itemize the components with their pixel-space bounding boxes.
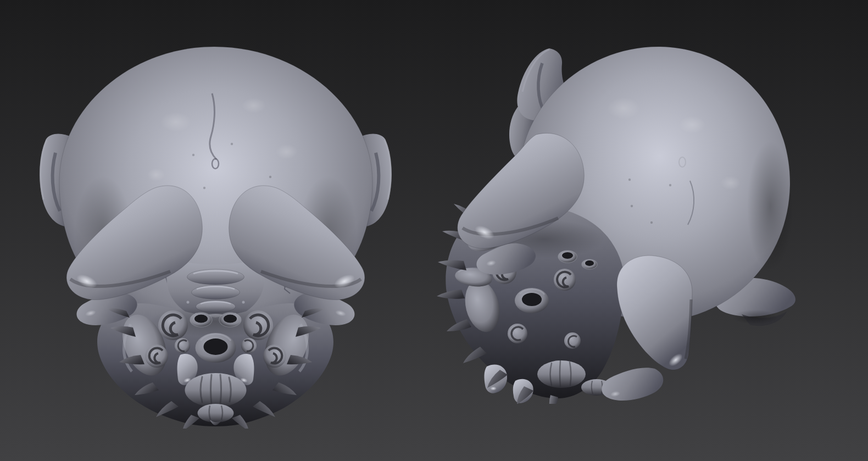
surface-bump — [721, 176, 741, 190]
chin-fold — [198, 404, 234, 423]
surface-bump — [276, 144, 298, 159]
right-edge-shade — [747, 141, 793, 271]
front-view-beard — [76, 292, 354, 429]
surface-bump — [242, 98, 266, 113]
surface-bump — [147, 168, 165, 181]
surface-bump — [607, 97, 640, 119]
front-view-render — [38, 44, 393, 429]
surface-bump — [160, 112, 191, 132]
creature-head-three-quarter-view[interactable] — [434, 41, 799, 404]
three-quarter-view-render — [434, 41, 799, 404]
sculpt-viewport[interactable] — [0, 0, 868, 461]
creature-head-front-view[interactable] — [38, 44, 393, 429]
lower-lip-roll — [537, 360, 586, 388]
surface-bump — [679, 116, 705, 134]
lower-lip-roll — [185, 373, 247, 407]
